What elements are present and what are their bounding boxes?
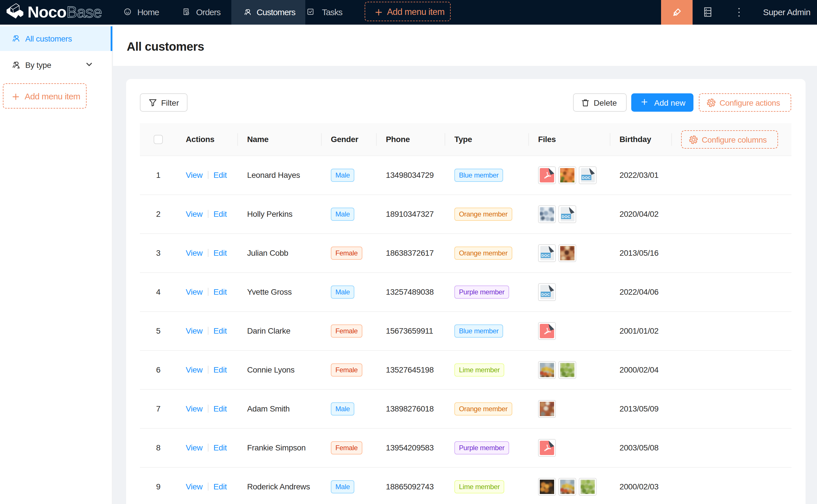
svg-text:DOC: DOC — [541, 253, 550, 258]
svg-text:DOC: DOC — [561, 214, 570, 219]
svg-text:DOC: DOC — [582, 176, 591, 180]
svg-text:DOC: DOC — [541, 292, 550, 297]
